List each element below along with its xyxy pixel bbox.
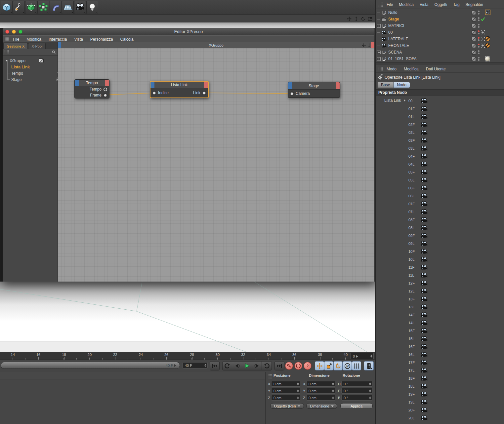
window-titlebar[interactable]: Editor XPresso: [3, 28, 374, 35]
link-slot-row[interactable]: 12F: [405, 279, 504, 287]
position-y-field[interactable]: 0 cm: [271, 388, 300, 394]
drag-grip-icon[interactable]: [268, 374, 272, 378]
link-slot-row[interactable]: 07L: [405, 208, 504, 216]
link-slot-row[interactable]: 14L: [405, 319, 504, 327]
link-slot-row[interactable]: 17F: [405, 359, 504, 366]
visibility-dots-icon[interactable]: [478, 37, 480, 41]
menu-item[interactable]: Modifica: [26, 37, 41, 42]
menu-item[interactable]: Modifica: [399, 2, 414, 7]
object-row[interactable]: 01_1051_SOFA: [376, 56, 504, 62]
link-slot-row[interactable]: 19F: [405, 390, 504, 398]
xpresso-editor-window[interactable]: Editor XPresso FileModificaInterfacciaVi…: [3, 28, 374, 282]
record-help-icon[interactable]: ?: [304, 362, 312, 370]
link-slot-row[interactable]: 18L: [405, 382, 504, 390]
menu-item[interactable]: Vista: [74, 37, 83, 42]
position-z-field[interactable]: 0 cm: [271, 395, 300, 401]
menu-item[interactable]: File: [387, 2, 393, 7]
link-slot-row[interactable]: 03F: [405, 136, 504, 144]
link-slot-row[interactable]: 02F: [405, 121, 504, 129]
output-port[interactable]: [104, 94, 107, 97]
make-editable-icon[interactable]: [25, 1, 37, 14]
protection-tag-icon[interactable]: [485, 43, 490, 48]
link-slot-row[interactable]: 03L: [405, 144, 504, 152]
link-slot-row[interactable]: 01L: [405, 113, 504, 121]
visibility-dots-icon[interactable]: [478, 30, 480, 34]
protection-tag-icon[interactable]: [485, 36, 490, 42]
menu-item[interactable]: Vista: [420, 2, 428, 7]
next-key-icon[interactable]: [262, 361, 272, 370]
link-slot-row[interactable]: 15F: [405, 327, 504, 335]
panel-tab[interactable]: X-Pool: [28, 43, 46, 49]
camera-object-icon[interactable]: [74, 1, 86, 14]
link-slot-row[interactable]: 14F: [405, 311, 504, 319]
key-parameter-icon[interactable]: P: [343, 361, 352, 370]
stepper-icon[interactable]: [370, 355, 372, 358]
xgroup-header[interactable]: XGruppo: [58, 42, 374, 48]
input-port[interactable]: [290, 92, 294, 96]
link-slot-row[interactable]: 18F: [405, 374, 504, 382]
link-slot-row[interactable]: 04L: [405, 160, 504, 168]
link-slot-row[interactable]: 02L: [405, 129, 504, 136]
drag-grip-icon[interactable]: [378, 2, 383, 7]
array-object-icon[interactable]: [37, 1, 49, 14]
layout-panel-icon[interactable]: [368, 17, 372, 21]
layer-icon[interactable]: [472, 11, 476, 15]
panel-tab[interactable]: Gestione X: [3, 43, 28, 49]
link-slot-row[interactable]: 07F: [405, 200, 504, 208]
key-scale-icon[interactable]: [324, 361, 333, 370]
link-slot-row[interactable]: 09L: [405, 240, 504, 248]
viewport[interactable]: [0, 282, 375, 352]
object-row[interactable]: 00: [376, 29, 504, 36]
link-slot-row[interactable]: 08L: [405, 224, 504, 232]
link-slot-row[interactable]: 01F: [405, 105, 504, 113]
tree-node-item[interactable]: Tempo: [5, 70, 58, 76]
menu-item[interactable]: Personalizza: [90, 37, 113, 42]
bend-deformer-icon[interactable]: [50, 1, 62, 14]
expand-icon[interactable]: [377, 24, 381, 28]
output-port[interactable]: [202, 91, 206, 95]
expand-icon[interactable]: [377, 51, 381, 54]
goto-start-icon[interactable]: [210, 361, 220, 370]
link-slot-row[interactable]: 09F: [405, 232, 504, 240]
link-slot-row[interactable]: 11L: [405, 271, 504, 279]
prev-frame-icon[interactable]: [232, 361, 242, 370]
add-cube-icon[interactable]: [1, 1, 13, 14]
resize-group-icon[interactable]: [367, 43, 371, 47]
xpresso-canvas[interactable]: Tempo Tempo Frame Lista Lin: [58, 48, 374, 282]
object-row[interactable]: Nullo: [376, 9, 504, 16]
output-port[interactable]: [104, 88, 107, 91]
size-mode-dropdown[interactable]: Dimensione: [306, 403, 337, 409]
object-row[interactable]: LATERALE: [376, 36, 504, 42]
move-panel-icon[interactable]: [347, 17, 352, 21]
link-slot-row[interactable]: 06L: [405, 192, 504, 200]
link-slot-row[interactable]: 13L: [405, 303, 504, 311]
input-port[interactable]: [152, 91, 156, 95]
visibility-dots-icon[interactable]: [478, 57, 480, 61]
rotation-p-field[interactable]: 0 °: [341, 388, 372, 394]
draw-spline-icon[interactable]: [13, 1, 25, 14]
prev-key-icon[interactable]: [222, 361, 232, 370]
menu-item[interactable]: Modo: [387, 67, 397, 71]
timeline-ruler[interactable]: 1416182022242628303234363840 0 F: [0, 352, 375, 360]
tree-node-item[interactable]: Stage: [5, 76, 58, 83]
visibility-dots-icon[interactable]: [478, 24, 480, 28]
link-slot-row[interactable]: 20L: [405, 414, 504, 422]
node-tempo[interactable]: Tempo Tempo Frame: [74, 79, 109, 98]
position-x-field[interactable]: 0 cm: [271, 381, 300, 387]
layer-icon[interactable]: [472, 17, 476, 21]
tree-node-item[interactable]: Lista Link: [5, 64, 58, 70]
rotation-b-field[interactable]: 0 °: [341, 395, 372, 401]
link-slot-row[interactable]: 11F: [405, 263, 504, 271]
size-y-field[interactable]: 0 cm: [306, 388, 335, 394]
link-slot-row[interactable]: 15L: [405, 335, 504, 343]
autokey-icon[interactable]: [294, 362, 302, 370]
material-tag-icon[interactable]: [485, 56, 490, 61]
link-slot-row[interactable]: 06F: [405, 184, 504, 192]
object-row[interactable]: SCENA: [376, 49, 504, 56]
link-slot-row[interactable]: 16L: [405, 351, 504, 359]
size-z-field[interactable]: 0 cm: [306, 395, 335, 401]
menu-item[interactable]: Segnalibri: [466, 2, 483, 7]
visibility-dots-icon[interactable]: [478, 50, 480, 54]
link-slot-row[interactable]: 17L: [405, 366, 504, 374]
key-rotation-icon[interactable]: [333, 361, 343, 370]
